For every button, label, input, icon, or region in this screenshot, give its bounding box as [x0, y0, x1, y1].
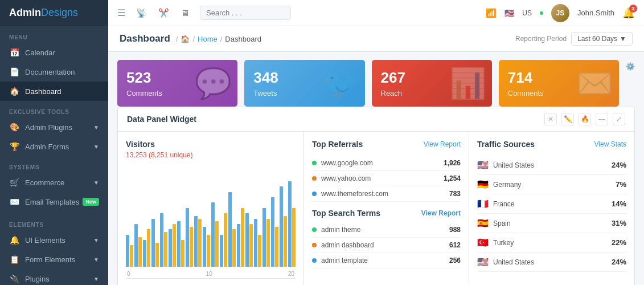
bar-group: [151, 219, 159, 267]
bar-blue: [237, 224, 240, 267]
screen-icon[interactable]: 🖥: [178, 8, 192, 18]
bar-blue: [194, 216, 198, 267]
panel-fire-btn[interactable]: 🔥: [579, 113, 591, 125]
tools-icon[interactable]: ✂️: [155, 8, 172, 18]
search-terms-header: Top Search Terms View Report: [312, 209, 461, 218]
chart-icon: 📊: [449, 66, 486, 101]
bar-group: [271, 197, 278, 267]
notifications-button[interactable]: 🔔 3: [622, 7, 635, 19]
bar-group: [126, 235, 133, 267]
hamburger-icon[interactable]: ☰: [117, 7, 125, 18]
sidebar-item-form-elements[interactable]: 📋 Form Elements ▼: [0, 250, 108, 269]
sidebar-item-label: Admin Forms: [25, 142, 69, 151]
ref-dot: [312, 192, 317, 196]
chart-subtitle: 13,253 (8,251 unique): [126, 151, 296, 159]
bar-group: [134, 224, 142, 267]
page-title: Dashboard: [120, 33, 170, 44]
panel-minimize-btn[interactable]: —: [596, 113, 608, 125]
breadcrumb: Dashboard / 🏠 / Home / Dashboard: [120, 33, 261, 44]
bell-icon: 🔔: [9, 235, 19, 245]
chevron-down-icon: ▼: [93, 124, 99, 131]
stat-card-comments: 523 Comments 💬: [117, 60, 237, 107]
breadcrumb-home[interactable]: Home: [198, 35, 218, 43]
bar-blue: [177, 221, 181, 267]
logo-part1: Admin: [9, 7, 41, 18]
country-flag: 🇫🇷: [477, 198, 489, 209]
stat-card-reach: 267 Reach 📊: [372, 60, 492, 107]
chevron-down-icon: ▼: [93, 256, 99, 263]
bar-group: [220, 213, 227, 267]
exclusive-section-label: EXCLUSIVE TOOLS: [0, 101, 108, 117]
panel-expand-btn[interactable]: ⤢: [613, 113, 625, 125]
period-select[interactable]: Last 60 Days ▼: [571, 32, 633, 46]
sidebar-item-email-templates[interactable]: ✉️ Email Templates New: [0, 192, 108, 211]
ref-dot: [312, 161, 317, 165]
referrals-section: Top Referrals View Report www.google.com…: [304, 132, 469, 285]
referrals-title: Top Referrals: [312, 140, 363, 149]
chevron-down-icon: ▼: [93, 144, 99, 150]
user-name[interactable]: John.Smith: [577, 9, 614, 17]
period-value: Last 60 Days: [577, 35, 617, 43]
sidebar-item-ui-elements[interactable]: 🔔 UI Elements ▼: [0, 230, 108, 250]
sidebar-item-label: Ecommerce: [25, 178, 64, 187]
sidebar-item-admin-plugins[interactable]: 🎨 Admin Plugins ▼: [0, 117, 108, 137]
bar-blue: [143, 240, 146, 267]
referral-item: www.google.com1,926: [312, 156, 461, 171]
logo: AdminDesigns: [0, 0, 108, 26]
sidebar-item-plugins[interactable]: 🔌 Plugins ▼: [0, 269, 108, 285]
bar-yellow: [224, 213, 227, 267]
search-term-item: admin theme988: [312, 222, 461, 238]
view-search-report[interactable]: View Report: [421, 209, 461, 217]
settings-gear-btn[interactable]: ⚙️: [626, 60, 635, 71]
search-terms-title: Top Search Terms: [312, 209, 380, 218]
home-icon: 🏠: [9, 87, 19, 96]
country-pct: 7%: [616, 180, 626, 189]
data-panel-widget: Data Panel Widget ✕ ✏️ 🔥 — ⤢ Visitors 13…: [117, 107, 635, 285]
traffic-list: 🇺🇸United States24%🇩🇪Germany7%🇫🇷France14%…: [477, 156, 626, 272]
country-name: France: [493, 200, 612, 208]
term-dot: [312, 258, 317, 263]
reporting-label: Reporting Period: [515, 35, 567, 43]
term-count: 612: [449, 241, 461, 249]
ref-name: www.yahoo.com: [321, 174, 444, 182]
ref-dot: [312, 176, 317, 181]
search-box[interactable]: [200, 6, 291, 20]
sidebar-item-dashboard[interactable]: 🏠 Dashboard: [0, 82, 108, 101]
panel-close-btn[interactable]: ✕: [544, 113, 557, 125]
bar-yellow: [173, 224, 176, 267]
sidebar-item-ecommerce[interactable]: 🛒 Ecommerce ▼: [0, 173, 108, 192]
plugins-icon: 🔌: [9, 274, 19, 283]
data-panel-body: Visitors 13,253 (8,251 unique) 0 10 20: [118, 132, 634, 285]
signal-icon[interactable]: 📶: [486, 8, 497, 18]
sidebar-item-calendar[interactable]: 📅 Calendar: [0, 43, 108, 62]
gear-icon[interactable]: ⚙️: [626, 62, 635, 71]
bar-yellow: [147, 229, 150, 267]
term-count: 988: [449, 226, 461, 234]
bar-blue: [280, 186, 283, 267]
stat-card-emails: 714 Comments ✉️: [499, 60, 619, 107]
country-flag: 🇩🇪: [477, 179, 489, 190]
country-name: Germany: [493, 181, 616, 189]
chart-section: Visitors 13,253 (8,251 unique) 0 10 20: [118, 132, 304, 285]
country-pct: 22%: [612, 238, 626, 247]
sidebar-item-admin-forms[interactable]: 🏆 Admin Forms ▼: [0, 137, 108, 156]
plugin-icon: 🎨: [9, 123, 19, 132]
bar-chart: 0 10 20: [126, 165, 296, 279]
view-referrals-report[interactable]: View Report: [424, 140, 461, 148]
bar-yellow: [198, 219, 202, 267]
bar-blue: [160, 213, 163, 267]
bar-yellow: [241, 208, 244, 267]
sidebar-item-documentation[interactable]: 📄 Documentation: [0, 62, 108, 82]
panel-title: Data Panel Widget: [127, 115, 196, 124]
sidebar-item-label: Admin Plugins: [25, 123, 72, 132]
sidebar-item-label: Calendar: [25, 48, 55, 57]
search-input[interactable]: [206, 9, 285, 17]
traffic-item: 🇺🇸United States24%: [477, 253, 626, 272]
bar-group: [186, 208, 193, 267]
panel-edit-btn[interactable]: ✏️: [561, 113, 574, 125]
antenna-icon[interactable]: 📡: [133, 8, 150, 18]
view-traffic-stats[interactable]: View Stats: [594, 140, 626, 148]
bar-yellow: [181, 240, 184, 267]
sidebar-item-label: Dashboard: [25, 87, 61, 96]
bar-yellow: [232, 229, 236, 267]
